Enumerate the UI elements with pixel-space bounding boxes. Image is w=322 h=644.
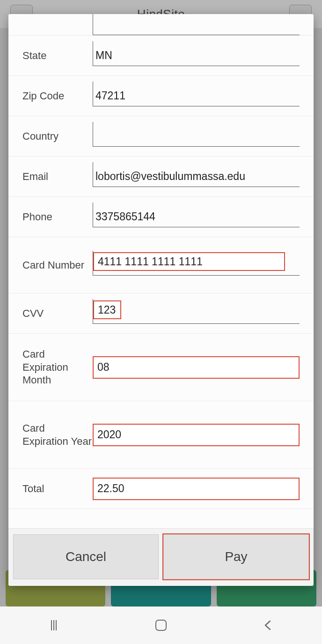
state-input[interactable] xyxy=(95,49,297,62)
row-city: City xyxy=(8,14,314,36)
label-exp-month: Card Expiration Month xyxy=(22,348,93,387)
nav-recent-icon[interactable] xyxy=(47,618,61,632)
label-total: Total xyxy=(22,482,93,495)
label-email: Email xyxy=(22,170,93,183)
row-total: Total xyxy=(8,469,314,509)
label-country: Country xyxy=(22,130,93,143)
dialog-footer: Cancel Pay xyxy=(8,528,314,586)
row-phone: Phone xyxy=(8,197,314,237)
android-navbar xyxy=(0,607,322,644)
city-input[interactable] xyxy=(95,18,297,31)
label-state: State xyxy=(22,49,93,62)
label-phone: Phone xyxy=(22,210,93,224)
total-input[interactable] xyxy=(97,482,295,495)
row-cvv: CVV xyxy=(8,293,314,334)
label-exp-year: Card Expiration Year xyxy=(22,422,93,448)
label-cvv: CVV xyxy=(22,307,93,320)
row-zip: Zip Code xyxy=(8,76,314,116)
city-field-underline xyxy=(93,14,300,35)
payment-dialog: City State Zip Code xyxy=(8,14,314,586)
row-exp-year: Card Expiration Year xyxy=(8,401,314,469)
cvv-input[interactable] xyxy=(98,304,117,316)
cancel-button[interactable]: Cancel xyxy=(13,534,159,579)
label-zip: Zip Code xyxy=(22,90,93,103)
country-input[interactable] xyxy=(95,130,297,142)
row-country: Country xyxy=(8,116,314,157)
nav-home-icon[interactable] xyxy=(154,618,168,632)
zip-input[interactable] xyxy=(95,90,297,102)
row-state: State xyxy=(8,36,314,76)
row-email: Email xyxy=(8,157,314,197)
phone-input[interactable] xyxy=(95,210,297,223)
exp-year-input[interactable] xyxy=(97,428,295,441)
card-number-input[interactable] xyxy=(98,255,280,268)
pay-button[interactable]: Pay xyxy=(163,534,309,579)
exp-month-input[interactable] xyxy=(97,361,295,374)
row-card-number: Card Number xyxy=(8,237,314,293)
row-exp-month: Card Expiration Month xyxy=(8,334,314,401)
label-card-number: Card Number xyxy=(22,259,93,272)
email-input[interactable] xyxy=(95,170,297,183)
nav-back-icon[interactable] xyxy=(261,618,275,632)
payment-form: City State Zip Code xyxy=(8,14,314,528)
